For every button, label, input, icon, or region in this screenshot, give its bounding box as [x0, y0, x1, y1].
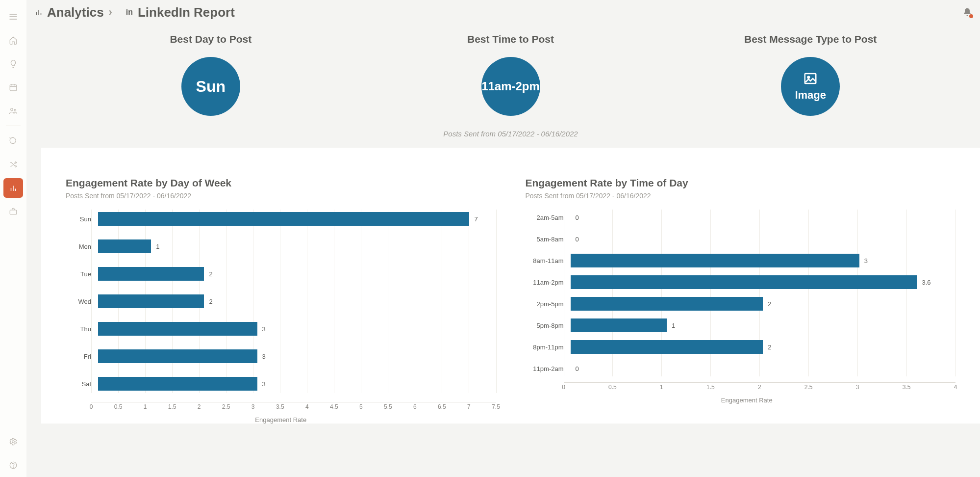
- bar-category-label: 11pm-2am: [526, 365, 571, 372]
- chart-title: Engagement Rate by Time of Day: [526, 177, 956, 189]
- bar-category-label: Sun: [66, 215, 98, 223]
- bar-fill[interactable]: [98, 377, 257, 391]
- highlights-footer: Posts Sent from 05/17/2022 - 06/16/2022: [61, 130, 960, 138]
- notification-dot: [969, 14, 973, 18]
- bar-value-label: 0: [576, 365, 579, 372]
- shuffle-icon[interactable]: [3, 155, 23, 174]
- bar-row: Wed2: [66, 292, 496, 311]
- idea-icon[interactable]: [3, 54, 23, 74]
- bar-value-label: 0: [576, 214, 579, 221]
- svg-rect-12: [10, 210, 17, 214]
- svg-point-13: [12, 441, 15, 443]
- bar-value-label: 0: [576, 236, 579, 243]
- svg-point-7: [11, 108, 13, 111]
- bar-value-label: 2: [209, 270, 212, 278]
- bar-row: 2am-5am0: [526, 210, 956, 225]
- bar-category-label: 11am-2pm: [526, 279, 571, 286]
- settings-icon[interactable]: [3, 432, 23, 451]
- bar-fill[interactable]: [98, 212, 469, 226]
- bar-value-label: 2: [768, 344, 771, 351]
- menu-icon[interactable]: [3, 7, 23, 26]
- chart-bars: Sun7Mon1Tue2Wed2Thu3Fri3Sat3: [66, 210, 496, 393]
- bar-fill[interactable]: [98, 294, 204, 308]
- bar-fill[interactable]: [98, 349, 257, 363]
- bar-category-label: 8pm-11pm: [526, 344, 571, 351]
- svg-point-20: [808, 77, 810, 79]
- chart-bars: 2am-5am05am-8am08am-11am311am-2pm3.62pm-…: [526, 210, 956, 376]
- bar-value-label: 3: [262, 353, 266, 360]
- chart-time-of-day: Engagement Rate by Time of Day Posts Sen…: [526, 177, 956, 424]
- highlight-best-time: Best Time to Post 11am-2pm: [361, 33, 661, 116]
- bar-category-label: 2am-5am: [526, 214, 571, 221]
- bar-category-label: Wed: [66, 298, 98, 305]
- bar-row: 5pm-8pm1: [526, 318, 956, 333]
- highlight-value-circle: 11am-2pm: [481, 57, 540, 116]
- bar-row: 8am-11am3: [526, 253, 956, 268]
- chart-subtitle: Posts Sent from 05/17/2022 - 06/16/2022: [66, 192, 496, 200]
- notifications-icon[interactable]: [962, 7, 972, 17]
- chevron-right-icon: ›: [109, 6, 112, 19]
- bar-row: Fri3: [66, 347, 496, 366]
- highlight-value: Sun: [196, 78, 226, 96]
- svg-rect-3: [10, 85, 17, 91]
- bar-value-label: 3: [864, 257, 868, 265]
- bar-row: Mon1: [66, 237, 496, 256]
- chart-title: Engagement Rate by Day of Week: [66, 177, 496, 189]
- bar-fill[interactable]: [98, 267, 204, 281]
- bar-fill[interactable]: [571, 340, 763, 354]
- highlight-value: Image: [795, 89, 826, 102]
- bar-fill[interactable]: [571, 297, 763, 311]
- bar-value-label: 2: [209, 298, 212, 305]
- sidebar-separator: [6, 126, 21, 126]
- bar-row: 11am-2pm3.6: [526, 274, 956, 290]
- bar-row: 11pm-2am0: [526, 361, 956, 376]
- bar-category-label: Sat: [66, 380, 98, 388]
- bar-category-label: 2pm-5pm: [526, 300, 571, 308]
- highlight-value: 11am-2pm: [481, 80, 540, 93]
- analytics-icon[interactable]: [3, 178, 23, 198]
- bar-value-label: 2: [768, 300, 771, 308]
- svg-point-8: [14, 109, 16, 111]
- highlight-title: Best Day to Post: [170, 33, 251, 45]
- breadcrumb: Analytics › in LinkedIn Report: [34, 5, 235, 20]
- bar-value-label: 1: [672, 322, 675, 329]
- bar-fill[interactable]: [571, 254, 859, 267]
- highlight-best-type: Best Message Type to Post Image: [660, 33, 960, 116]
- calendar-icon[interactable]: [3, 78, 23, 97]
- linkedin-icon: in: [124, 7, 135, 18]
- chart-subtitle: Posts Sent from 05/17/2022 - 06/16/2022: [526, 192, 956, 200]
- people-icon[interactable]: [3, 101, 23, 121]
- briefcase-icon[interactable]: [3, 202, 23, 221]
- highlights-panel: Best Day to Post Sun Best Time to Post 1…: [41, 25, 980, 148]
- breadcrumb-page[interactable]: LinkedIn Report: [138, 5, 235, 20]
- bar-fill[interactable]: [98, 239, 151, 253]
- axis-label: Engagement Rate: [538, 397, 956, 404]
- highlight-title: Best Message Type to Post: [744, 33, 877, 45]
- chat-icon[interactable]: [3, 131, 23, 151]
- highlight-title: Best Time to Post: [467, 33, 554, 45]
- chart-axis: 00.511.522.533.54: [564, 382, 956, 394]
- bar-category-label: Fri: [66, 353, 98, 360]
- home-icon[interactable]: [3, 30, 23, 50]
- help-icon[interactable]: [3, 455, 23, 475]
- highlight-best-day: Best Day to Post Sun: [61, 33, 361, 116]
- bar-value-label: 3.6: [922, 279, 930, 286]
- highlight-value-circle: Sun: [181, 57, 240, 116]
- bar-value-label: 1: [156, 243, 159, 250]
- bar-category-label: Mon: [66, 243, 98, 250]
- bar-fill[interactable]: [571, 318, 667, 332]
- image-icon: [802, 71, 819, 86]
- topbar: Analytics › in LinkedIn Report: [26, 0, 980, 25]
- bar-category-label: 5am-8am: [526, 236, 571, 243]
- bar-fill[interactable]: [571, 275, 917, 289]
- bar-category-label: Tue: [66, 270, 98, 278]
- highlight-value-circle: Image: [781, 57, 840, 116]
- svg-point-15: [13, 467, 13, 467]
- breadcrumb-section[interactable]: Analytics: [47, 5, 104, 20]
- bar-category-label: Thu: [66, 325, 98, 333]
- bar-row: 8pm-11pm2: [526, 339, 956, 355]
- bar-value-label: 7: [474, 215, 477, 223]
- chart-day-of-week: Engagement Rate by Day of Week Posts Sen…: [66, 177, 496, 424]
- bar-fill[interactable]: [98, 322, 257, 336]
- bar-category-label: 5pm-8pm: [526, 322, 571, 329]
